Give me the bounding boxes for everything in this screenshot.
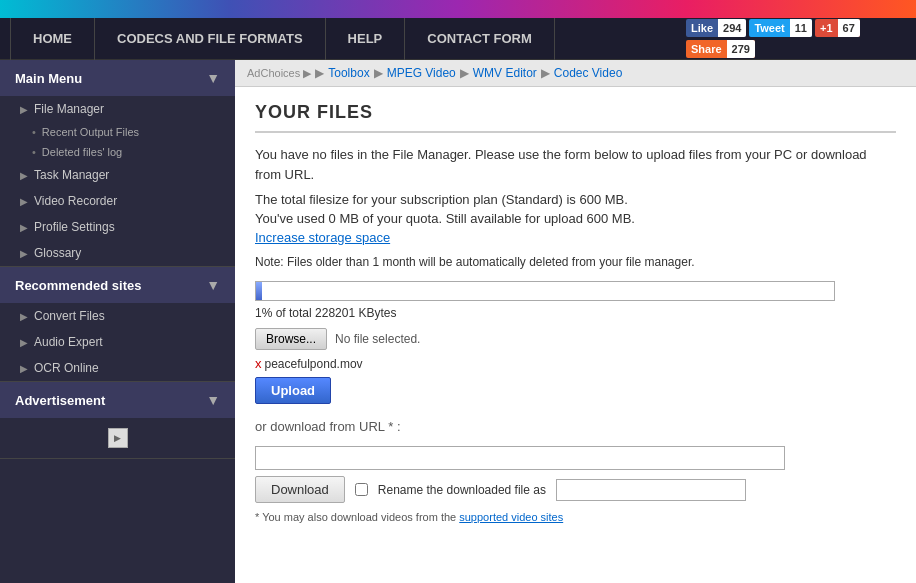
sidebar-item-audio-expert[interactable]: ▶ Audio Expert (0, 329, 235, 355)
nav-contact[interactable]: CONTACT FORM (405, 18, 554, 60)
video-recorder-label: Video Recorder (34, 194, 117, 208)
nav-help[interactable]: HELP (326, 18, 406, 60)
ad-icon[interactable]: ▶ (108, 428, 128, 448)
sidebar-item-ocr-online[interactable]: ▶ OCR Online (0, 355, 235, 381)
breadcrumb-mpeg[interactable]: MPEG Video (387, 66, 456, 80)
adchoices[interactable]: AdChoices ▶ (247, 67, 311, 80)
recommended-sites-section: Recommended sites ▼ ▶ Convert Files ▶ Au… (0, 267, 235, 382)
progress-bar-container (255, 281, 835, 301)
sidebar-item-glossary[interactable]: ▶ Glossary (0, 240, 235, 266)
convert-files-label: Convert Files (34, 309, 105, 323)
sh-count: 279 (727, 40, 755, 58)
storage-text-2: You've used 0 MB of your quota. Still av… (255, 211, 896, 226)
breadcrumb-wmv[interactable]: WMV Editor (473, 66, 537, 80)
sidebar-item-convert-files[interactable]: ▶ Convert Files (0, 303, 235, 329)
advertisement-arrow: ▼ (206, 392, 220, 408)
breadcrumb-sep-2: ▶ (374, 66, 383, 80)
video-note-start: * You may also download videos from the (255, 511, 456, 523)
download-button[interactable]: Download (255, 476, 345, 503)
rename-label: Rename the downloaded file as (378, 483, 546, 497)
ocr-online-label: OCR Online (34, 361, 99, 375)
browse-button[interactable]: Browse... (255, 328, 327, 350)
main-menu-header[interactable]: Main Menu ▼ (0, 60, 235, 96)
share-button[interactable]: Share 279 (686, 40, 755, 58)
tw-label: Tweet (749, 22, 789, 34)
gp-count: 67 (838, 19, 860, 37)
recommended-sites-title: Recommended sites (15, 278, 141, 293)
nav-bar: HOME CODECS AND FILE FORMATS HELP CONTAC… (0, 18, 916, 60)
upload-section: 1% of total 228201 KBytes Browse... No f… (255, 281, 896, 404)
section-title: YOUR FILES (255, 102, 896, 133)
tw-count: 11 (790, 19, 812, 37)
recommended-sites-arrow: ▼ (206, 277, 220, 293)
advertisement-header[interactable]: Advertisement ▼ (0, 382, 235, 418)
googleplus-button[interactable]: +1 67 (815, 19, 860, 37)
tri-icon-7: ▶ (20, 337, 28, 348)
deleted-files-label: Deleted files' log (42, 146, 122, 158)
twitter-button[interactable]: Tweet 11 (749, 19, 812, 37)
upload-button[interactable]: Upload (255, 377, 331, 404)
storage-text-1: The total filesize for your subscription… (255, 192, 896, 207)
sidebar-item-profile-settings[interactable]: ▶ Profile Settings (0, 214, 235, 240)
sidebar-item-file-manager[interactable]: ▶ File Manager (0, 96, 235, 122)
rename-input[interactable] (556, 479, 746, 501)
main-menu-section: Main Menu ▼ ▶ File Manager Recent Output… (0, 60, 235, 267)
sidebar-item-task-manager[interactable]: ▶ Task Manager (0, 162, 235, 188)
breadcrumb-sep-1: ▶ (315, 66, 324, 80)
divider-text: or download from URL * : (255, 419, 896, 434)
main-menu-title: Main Menu (15, 71, 82, 86)
nav-codecs[interactable]: CODECS AND FILE FORMATS (95, 18, 326, 60)
tri-icon-5: ▶ (20, 248, 28, 259)
increase-storage-link[interactable]: Increase storage space (255, 230, 896, 245)
facebook-button[interactable]: Like 294 (686, 19, 746, 37)
sidebar-item-video-recorder[interactable]: ▶ Video Recorder (0, 188, 235, 214)
file-input-row: Browse... No file selected. (255, 328, 896, 350)
breadcrumb-sep-3: ▶ (460, 66, 469, 80)
tri-icon-4: ▶ (20, 222, 28, 233)
your-files-section: YOUR FILES You have no files in the File… (235, 87, 916, 538)
tri-icon-2: ▶ (20, 170, 28, 181)
sidebar-subitem-deleted-files[interactable]: Deleted files' log (0, 142, 235, 162)
breadcrumb-bar: AdChoices ▶ ▶ Toolbox ▶ MPEG Video ▶ WMV… (235, 60, 916, 87)
progress-bar-fill (256, 282, 262, 300)
fb-count: 294 (718, 19, 746, 37)
sh-label: Share (686, 43, 727, 55)
supported-video-sites-link[interactable]: supported video sites (459, 511, 563, 523)
sidebar-subitem-recent-output[interactable]: Recent Output Files (0, 122, 235, 142)
video-note: * You may also download videos from the … (255, 511, 896, 523)
profile-settings-label: Profile Settings (34, 220, 115, 234)
advertisement-section: Advertisement ▼ ▶ (0, 382, 235, 459)
gp-label: +1 (815, 22, 838, 34)
top-gradient-bar (0, 0, 916, 18)
tri-icon-6: ▶ (20, 311, 28, 322)
breadcrumb-toolbox[interactable]: Toolbox (328, 66, 369, 80)
note-text: Note: Files older than 1 month will be a… (255, 255, 896, 269)
sidebar: Main Menu ▼ ▶ File Manager Recent Output… (0, 60, 235, 583)
content-area: AdChoices ▶ ▶ Toolbox ▶ MPEG Video ▶ WMV… (235, 60, 916, 583)
tri-icon-3: ▶ (20, 196, 28, 207)
advertisement-title: Advertisement (15, 393, 105, 408)
info-text: You have no files in the File Manager. P… (255, 145, 896, 184)
social-buttons: Like 294 Tweet 11 +1 67 Share 279 (686, 19, 906, 58)
selected-filename: peacefulpond.mov (265, 357, 363, 371)
tri-icon: ▶ (20, 104, 28, 115)
recent-output-label: Recent Output Files (42, 126, 139, 138)
rename-checkbox[interactable] (355, 483, 368, 496)
main-layout: Main Menu ▼ ▶ File Manager Recent Output… (0, 60, 916, 583)
breadcrumb-sep-4: ▶ (541, 66, 550, 80)
file-manager-label: File Manager (34, 102, 104, 116)
no-file-text: No file selected. (335, 332, 420, 346)
progress-text: 1% of total 228201 KBytes (255, 306, 896, 320)
recommended-sites-header[interactable]: Recommended sites ▼ (0, 267, 235, 303)
remove-file-icon[interactable]: x (255, 356, 262, 371)
breadcrumb-codec[interactable]: Codec Video (554, 66, 623, 80)
url-input[interactable] (255, 446, 785, 470)
nav-links: HOME CODECS AND FILE FORMATS HELP CONTAC… (10, 18, 686, 60)
tri-icon-8: ▶ (20, 363, 28, 374)
file-selected-row: x peacefulpond.mov (255, 356, 896, 371)
audio-expert-label: Audio Expert (34, 335, 103, 349)
nav-home[interactable]: HOME (10, 18, 95, 60)
fb-label: Like (686, 22, 718, 34)
main-menu-arrow: ▼ (206, 70, 220, 86)
download-row: Download Rename the downloaded file as (255, 476, 896, 503)
